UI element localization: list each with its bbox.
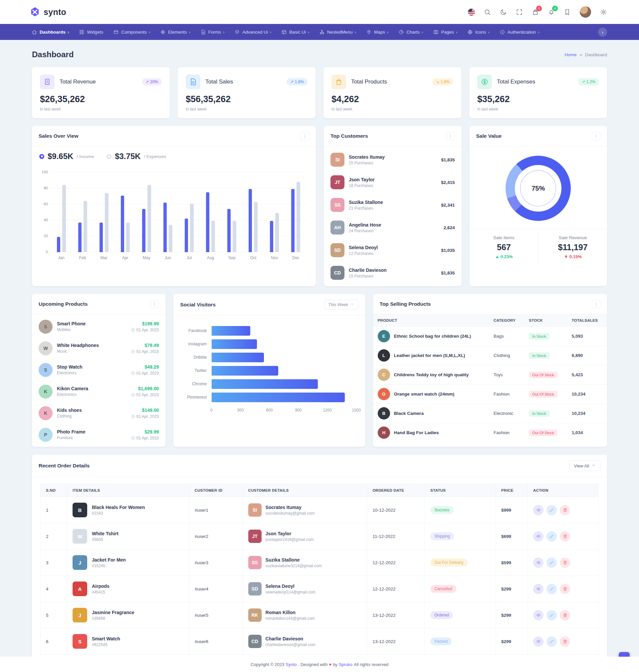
- nav-item-pages[interactable]: Pages›: [433, 30, 457, 35]
- legend-expenses[interactable]: $3.75K/ Expenses: [107, 152, 166, 161]
- social-bar[interactable]: [212, 393, 345, 402]
- income-bar[interactable]: [185, 219, 188, 252]
- delete-order-button[interactable]: [560, 558, 570, 568]
- footer-synto-link[interactable]: Synto: [285, 662, 297, 667]
- income-bar[interactable]: [99, 223, 103, 252]
- customer-row[interactable]: CDCharlie Davieson15 Purchases$1,835: [330, 261, 455, 284]
- social-bar[interactable]: [212, 353, 264, 362]
- upcoming-product-row[interactable]: WWhite HeadphonesMusic$79.4901 Apr, 2023: [38, 337, 159, 359]
- edit-order-button[interactable]: [546, 505, 557, 515]
- income-bar[interactable]: [142, 209, 145, 252]
- customer-row[interactable]: SSSuzika Stallone21 Purchases$2,341: [330, 194, 455, 216]
- sale-value-menu-button[interactable]: [592, 132, 601, 140]
- expenses-bar[interactable]: [169, 225, 172, 252]
- settings-button[interactable]: [600, 9, 607, 16]
- notifications-button[interactable]: 4: [548, 9, 555, 16]
- nav-item-nestedmenu[interactable]: NestedMenu›: [320, 30, 356, 35]
- customer-row[interactable]: AHAngelina Hose24 Purchases2,624: [330, 216, 455, 239]
- income-bar[interactable]: [206, 192, 209, 252]
- table-row[interactable]: LLeather jacket for men (S,M,L,XL)Clothi…: [373, 346, 607, 365]
- edit-order-button[interactable]: [546, 558, 557, 568]
- expenses-bar[interactable]: [211, 221, 215, 252]
- income-bar[interactable]: [291, 189, 295, 252]
- view-order-button[interactable]: [533, 584, 544, 594]
- delete-order-button[interactable]: [560, 610, 570, 621]
- search-button[interactable]: [484, 9, 491, 16]
- expenses-bar[interactable]: [83, 201, 87, 252]
- upcoming-products-menu-button[interactable]: [150, 300, 159, 308]
- income-bar[interactable]: [249, 189, 252, 252]
- dark-mode-button[interactable]: [500, 9, 507, 16]
- income-bar[interactable]: [57, 237, 60, 252]
- nav-item-advanced-ui[interactable]: Advanced Ui›: [235, 30, 271, 35]
- view-order-button[interactable]: [533, 636, 544, 647]
- edit-order-button[interactable]: [546, 584, 557, 594]
- social-bar[interactable]: [212, 366, 278, 375]
- footer-spruko-link[interactable]: Spruko: [339, 662, 353, 667]
- breadcrumb-home-link[interactable]: Home: [564, 52, 576, 57]
- income-bar[interactable]: [270, 221, 273, 252]
- order-row[interactable]: 3JJacket For Men#15245#user3SSSuzika Sta…: [41, 549, 599, 576]
- customer-row[interactable]: JTJson Taylor18 Purchases$2,415: [330, 171, 455, 194]
- social-bar[interactable]: [212, 326, 250, 336]
- view-all-button[interactable]: View All: [570, 460, 601, 471]
- expenses-bar[interactable]: [62, 185, 66, 252]
- nav-item-maps[interactable]: Maps›: [367, 30, 388, 35]
- nav-item-forms[interactable]: Forms›: [201, 30, 225, 35]
- expenses-bar[interactable]: [105, 193, 109, 252]
- customer-row[interactable]: SISocrates Itumay15 Purchases$1,835: [330, 148, 455, 171]
- upcoming-product-row[interactable]: KKids shoesClothing$149.0001 Apr, 2023: [38, 402, 159, 424]
- fullscreen-button[interactable]: [516, 9, 523, 16]
- top-selling-menu-button[interactable]: [592, 300, 601, 308]
- delete-order-button[interactable]: [560, 636, 570, 647]
- delete-order-button[interactable]: [560, 584, 570, 594]
- order-row[interactable]: 5JJasmine Fragrance#35656#user5RKRoman K…: [41, 602, 599, 628]
- view-order-button[interactable]: [533, 610, 544, 621]
- edit-order-button[interactable]: [546, 636, 557, 647]
- app-logo[interactable]: synto: [29, 6, 66, 18]
- order-row[interactable]: 1BBlack Heals For Women#2343#user1SISocr…: [41, 497, 599, 523]
- expenses-bar[interactable]: [147, 185, 151, 252]
- expenses-bar[interactable]: [297, 182, 300, 252]
- upcoming-product-row[interactable]: PPhoto FrameFurniture$29.9901 Apr, 2023: [38, 424, 159, 446]
- social-bar[interactable]: [212, 339, 257, 349]
- expenses-bar[interactable]: [190, 204, 194, 252]
- table-row[interactable]: OOrange smart watch (24mm)FashionOut Of …: [373, 385, 607, 404]
- delete-order-button[interactable]: [560, 505, 570, 515]
- table-row[interactable]: HHand Bag For LadiesFashionOut Of Stock1…: [373, 423, 607, 443]
- bookmark-button[interactable]: [564, 9, 571, 16]
- expenses-bar[interactable]: [254, 202, 258, 252]
- nav-item-components[interactable]: Components›: [113, 30, 150, 35]
- order-row[interactable]: 2WWhite Tshirt#5655#user2JTJson Taylorjs…: [41, 523, 599, 549]
- customer-row[interactable]: SDSelena Deoyl12 Purchases$1,035: [330, 239, 455, 261]
- income-bar[interactable]: [78, 223, 81, 252]
- order-row[interactable]: 4AAirpods#45415#user4SDSelena Deoylselen…: [41, 576, 599, 602]
- upcoming-product-row[interactable]: SStop WatchElectronics$49.2901 Apr, 2023: [38, 359, 159, 381]
- income-bar[interactable]: [227, 209, 231, 252]
- edit-order-button[interactable]: [546, 610, 557, 621]
- nav-item-dashboards[interactable]: Dashboards›: [32, 30, 69, 35]
- edit-order-button[interactable]: [546, 531, 557, 542]
- social-bar[interactable]: [212, 379, 318, 389]
- view-order-button[interactable]: [533, 558, 544, 568]
- expenses-bar[interactable]: [233, 221, 236, 252]
- table-row[interactable]: EEthnic School bag for children (24L)Bag…: [373, 327, 607, 346]
- expenses-bar[interactable]: [275, 213, 279, 252]
- legend-income[interactable]: $9.65K/ Income: [39, 152, 94, 161]
- income-bar[interactable]: [121, 196, 124, 252]
- delete-order-button[interactable]: [560, 531, 570, 542]
- table-row[interactable]: BBlack CameraElectronicIn Stock10,234: [373, 404, 607, 423]
- nav-item-elements[interactable]: Elements›: [160, 30, 190, 35]
- table-row[interactable]: CChildrens Teddy toy of high qualityToys…: [373, 365, 607, 385]
- expenses-bar[interactable]: [126, 223, 130, 252]
- view-order-button[interactable]: [533, 531, 544, 542]
- top-customers-menu-button[interactable]: [446, 132, 455, 140]
- sales-overview-menu-button[interactable]: [300, 132, 309, 140]
- nav-item-authentication[interactable]: Authentication›: [500, 30, 540, 35]
- order-row[interactable]: 6SSmart Watch#622545#user6CDCharlie Davi…: [41, 628, 599, 655]
- nav-item-icons[interactable]: Icons›: [468, 30, 489, 35]
- income-bar[interactable]: [163, 203, 167, 252]
- view-order-button[interactable]: [533, 505, 544, 515]
- cart-button[interactable]: 4: [532, 9, 539, 16]
- user-avatar[interactable]: [580, 6, 591, 18]
